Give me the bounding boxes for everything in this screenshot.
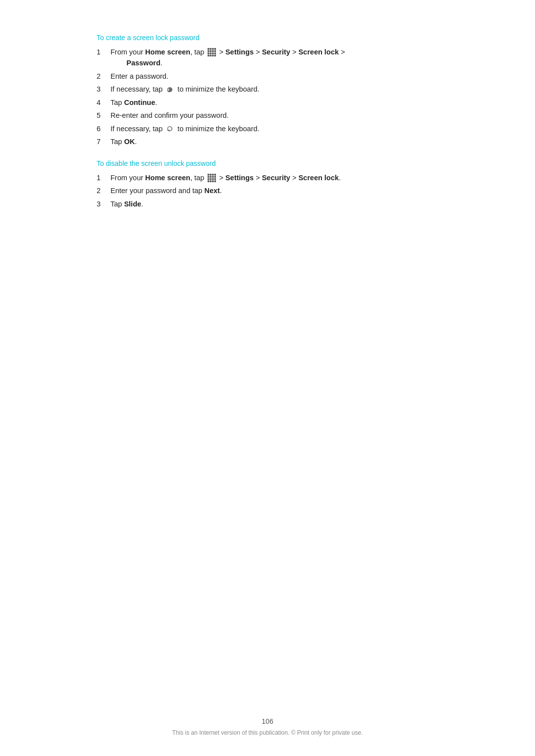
svg-rect-11	[214, 52, 216, 54]
bold-text: Settings	[225, 174, 254, 182]
disable-steps-list: 1 From your Home screen, tap	[97, 172, 438, 209]
svg-rect-16	[208, 174, 210, 176]
bold-text: Security	[262, 174, 290, 182]
svg-rect-18	[212, 174, 214, 176]
step-text: Tap OK.	[110, 136, 438, 147]
svg-rect-7	[214, 50, 216, 52]
list-item: 7 Tap OK.	[97, 136, 438, 147]
svg-rect-22	[212, 176, 214, 178]
list-item: 2 Enter a password.	[97, 71, 438, 82]
step-text: Re-enter and confirm your password.	[110, 110, 438, 121]
step-text: From your Home screen, tap	[110, 172, 438, 183]
step-number: 1	[97, 172, 110, 183]
section-create-heading: To create a screen lock password	[97, 34, 438, 42]
list-item: 5 Re-enter and confirm your password.	[97, 110, 438, 121]
page-content: To create a screen lock password 1 From …	[0, 0, 535, 261]
svg-rect-27	[214, 178, 216, 180]
step-number: 7	[97, 136, 110, 147]
svg-rect-8	[208, 52, 210, 54]
list-item: 4 Tap Continue.	[97, 97, 438, 108]
svg-rect-10	[212, 52, 214, 54]
svg-rect-14	[212, 55, 214, 57]
section-disable-heading: To disable the screen unlock password	[97, 159, 438, 167]
svg-rect-15	[214, 55, 216, 57]
svg-rect-12	[208, 55, 210, 57]
grid-icon	[207, 48, 216, 56]
back-icon	[165, 85, 174, 94]
step-number: 6	[97, 123, 110, 134]
svg-rect-30	[212, 180, 214, 182]
step-text: Tap Slide.	[110, 199, 438, 209]
svg-rect-17	[210, 174, 212, 176]
svg-rect-6	[212, 50, 214, 52]
list-item: 3 If necessary, tap to minimize the keyb…	[97, 84, 438, 95]
svg-rect-3	[214, 48, 216, 50]
svg-rect-28	[208, 180, 210, 182]
step-number: 2	[97, 71, 110, 82]
step-text: Enter your password and tap Next.	[110, 185, 438, 196]
bold-text: Settings	[225, 48, 254, 56]
svg-rect-26	[212, 178, 214, 180]
step-number: 1	[97, 47, 110, 57]
bold-text: Screen lock	[298, 48, 338, 56]
svg-rect-5	[210, 50, 212, 52]
bold-text: Home screen	[145, 174, 190, 182]
step-number: 2	[97, 185, 110, 196]
svg-rect-31	[214, 180, 216, 182]
svg-rect-2	[212, 48, 214, 50]
step-text: From your Home screen, tap	[110, 47, 438, 69]
footer-note: This is an Internet version of this publ…	[0, 729, 535, 736]
section-create: To create a screen lock password 1 From …	[97, 34, 438, 148]
section-disable: To disable the screen unlock password 1 …	[97, 159, 438, 209]
bold-text: Password	[126, 59, 160, 67]
list-item: 6 If necessary, tap to minimize the keyb…	[97, 123, 438, 134]
back-icon	[165, 124, 174, 133]
svg-rect-29	[210, 180, 212, 182]
svg-rect-9	[210, 52, 212, 54]
bold-text: Slide	[124, 200, 141, 208]
create-steps-list: 1 From your Home screen, tap	[97, 47, 438, 148]
page-number: 106	[0, 717, 535, 725]
step-text: Tap Continue.	[110, 97, 438, 108]
svg-rect-21	[210, 176, 212, 178]
svg-rect-1	[210, 48, 212, 50]
bold-text: Home screen	[145, 48, 190, 56]
step-number: 3	[97, 199, 110, 209]
bold-text: Screen lock	[298, 174, 338, 182]
list-item: 1 From your Home screen, tap	[97, 47, 438, 69]
bold-text: Continue	[124, 99, 155, 106]
step-number: 3	[97, 84, 110, 95]
page-footer: 106 This is an Internet version of this …	[0, 717, 535, 736]
grid-icon	[207, 173, 216, 182]
step-text: If necessary, tap to minimize the keyboa…	[110, 84, 438, 95]
svg-rect-20	[208, 176, 210, 178]
bold-text: Security	[262, 48, 290, 56]
step-text: If necessary, tap to minimize the keyboa…	[110, 123, 438, 134]
step-number: 4	[97, 97, 110, 108]
svg-rect-25	[210, 178, 212, 180]
step-number: 5	[97, 110, 110, 121]
svg-rect-4	[208, 50, 210, 52]
list-item: 3 Tap Slide.	[97, 199, 438, 209]
list-item: 2 Enter your password and tap Next.	[97, 185, 438, 196]
step-text: Enter a password.	[110, 71, 438, 82]
svg-rect-13	[210, 55, 212, 57]
bold-text: OK	[124, 138, 135, 146]
svg-rect-0	[208, 48, 210, 50]
svg-rect-23	[214, 176, 216, 178]
bold-text: Next	[204, 187, 219, 195]
svg-rect-24	[208, 178, 210, 180]
svg-rect-19	[214, 174, 216, 176]
list-item: 1 From your Home screen, tap	[97, 172, 438, 183]
